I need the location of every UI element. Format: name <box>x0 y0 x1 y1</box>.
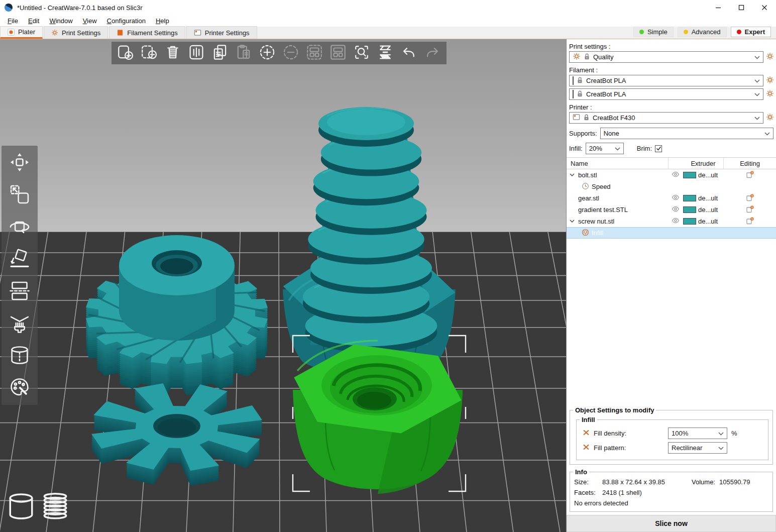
menu-file[interactable]: File <box>3 16 23 26</box>
paint-tool-button[interactable] <box>8 376 32 400</box>
filament-1-preset-row: CreatBot PLA <box>567 75 776 86</box>
print-preset-select[interactable]: Quality <box>569 51 763 63</box>
supports-select[interactable]: None <box>600 128 773 139</box>
slice-now-button[interactable]: Slice now <box>567 515 776 532</box>
extruder-value: de...ult <box>698 194 718 202</box>
remove-setting-button[interactable] <box>583 444 590 452</box>
brim-checkbox[interactable] <box>655 145 662 152</box>
edit-object-button[interactable] <box>723 205 776 215</box>
tab-plater[interactable]: Plater <box>0 26 43 39</box>
gear-icon <box>766 113 774 123</box>
solid-view-button[interactable] <box>7 491 36 522</box>
eye-icon <box>672 194 680 202</box>
filament-2-settings-gear-button[interactable] <box>765 90 774 99</box>
remove-setting-button[interactable] <box>583 429 590 438</box>
visibility-toggle[interactable] <box>668 171 683 179</box>
infill-select[interactable]: 20% <box>586 143 624 154</box>
menu-edit[interactable]: Edit <box>24 16 44 26</box>
tab-print-settings[interactable]: Print Settings <box>44 26 108 39</box>
printer-settings-gear-button[interactable] <box>765 114 774 123</box>
redo-button <box>422 43 442 63</box>
object-row-gradient-test-stl[interactable]: gradient test.STLde...ult <box>567 204 776 216</box>
title-bar: *Untitled - CreatWare-7.0.1 based on Sli… <box>0 0 776 15</box>
filament-label: Filament : <box>567 65 776 75</box>
edit-object-button[interactable] <box>723 217 776 226</box>
mode-advanced[interactable]: Advanced <box>678 27 727 37</box>
column-extruder: Extruder <box>683 158 723 169</box>
cut-tool-button[interactable] <box>8 279 32 303</box>
print-settings-icon <box>51 29 58 36</box>
object-row-bolt-stl[interactable]: bolt.stlde...ult <box>567 169 776 181</box>
app-window: *Untitled - CreatWare-7.0.1 based on Sli… <box>0 0 776 532</box>
setting-row-infill[interactable]: Infill <box>567 227 776 239</box>
extruder-value: de...ult <box>698 206 718 214</box>
menu-bar: FileEditWindowViewConfigurationHelp <box>0 15 776 27</box>
filament-color-swatch <box>573 90 574 98</box>
search-button[interactable] <box>352 43 372 63</box>
add-object-button[interactable] <box>116 43 136 63</box>
mode-dot-icon <box>684 30 688 34</box>
collapse-icon[interactable] <box>570 220 576 223</box>
collapse-icon[interactable] <box>570 173 576 177</box>
facets-value: 2418 (1 shell) <box>602 489 642 496</box>
setting-row-speed[interactable]: Speed <box>567 181 776 192</box>
print-settings-gear-button[interactable] <box>765 53 774 62</box>
maximize-button[interactable] <box>730 0 753 15</box>
height-range-tool-icon <box>9 345 30 367</box>
support-paint-tool-button[interactable] <box>8 311 32 336</box>
filament-1-settings-gear-button[interactable] <box>765 76 774 85</box>
object-name: bolt.stl <box>578 171 597 179</box>
chevron-down-icon <box>754 114 760 122</box>
fill-select[interactable]: 100% <box>668 428 727 439</box>
fill-row-1: Fill density:100%% <box>583 428 764 439</box>
scale-tool-button[interactable] <box>8 183 32 207</box>
printer-preset-select[interactable]: CreatBot F430 <box>569 112 763 124</box>
menu-view[interactable]: View <box>78 16 101 26</box>
visibility-toggle[interactable] <box>668 194 683 202</box>
copy-button[interactable] <box>210 43 230 63</box>
object-row-screw-nut-stl[interactable]: screw nut.stlde...ult <box>567 216 776 227</box>
close-button[interactable] <box>753 0 776 15</box>
viewport-canvas[interactable] <box>0 39 566 532</box>
sliced-view-button[interactable] <box>41 491 70 522</box>
arrange-button[interactable] <box>186 43 206 63</box>
column-name: Name <box>567 158 668 169</box>
height-range-tool-button[interactable] <box>8 344 32 368</box>
viewport-3d[interactable] <box>0 39 567 532</box>
minimize-button[interactable] <box>707 0 730 15</box>
fill-select[interactable]: Rectilinear <box>668 442 727 454</box>
extruder-color-swatch <box>683 195 696 201</box>
view-mode-buttons <box>7 491 70 522</box>
menu-configuration[interactable]: Configuration <box>102 16 150 26</box>
filament-1-preset-select[interactable]: CreatBot PLA <box>569 75 763 86</box>
edit-object-button[interactable] <box>723 171 776 180</box>
edit-icon <box>746 217 754 226</box>
layers-view-button[interactable] <box>375 43 395 63</box>
mode-simple[interactable]: Simple <box>633 27 674 37</box>
remove-instance-button <box>281 43 301 63</box>
tab-bar: PlaterPrint SettingsFilament SettingsPri… <box>0 27 776 39</box>
tab-printer-settings[interactable]: Printer Settings <box>186 26 257 39</box>
delete-all-button[interactable] <box>163 43 183 63</box>
place-on-face-tool-button[interactable] <box>8 247 32 271</box>
swatch-icon <box>573 77 574 84</box>
filament-2-preset-select[interactable]: CreatBot PLA <box>569 88 763 100</box>
rotate-tool-button[interactable] <box>8 215 32 239</box>
tab-filament-settings[interactable]: Filament Settings <box>109 26 185 39</box>
undo-button[interactable] <box>399 43 419 63</box>
edit-object-button[interactable] <box>723 194 776 203</box>
object-list-empty-area <box>567 239 776 405</box>
filament-2-preset-row: CreatBot PLA <box>567 88 776 100</box>
menu-help[interactable]: Help <box>151 16 174 26</box>
remove-object-button[interactable] <box>139 43 159 63</box>
object-row-gear-stl[interactable]: gear.stlde...ult <box>567 192 776 204</box>
menu-window[interactable]: Window <box>45 16 77 26</box>
visibility-toggle[interactable] <box>668 217 683 226</box>
mode-expert[interactable]: Expert <box>731 27 771 37</box>
print-preset-row: Quality <box>567 51 776 63</box>
visibility-toggle[interactable] <box>668 205 683 214</box>
extruder-value: de...ult <box>698 171 718 179</box>
fill-row-2: Fill pattern:Rectilinear <box>583 442 764 454</box>
move-tool-button[interactable] <box>8 151 32 175</box>
add-instance-button[interactable] <box>257 43 277 63</box>
